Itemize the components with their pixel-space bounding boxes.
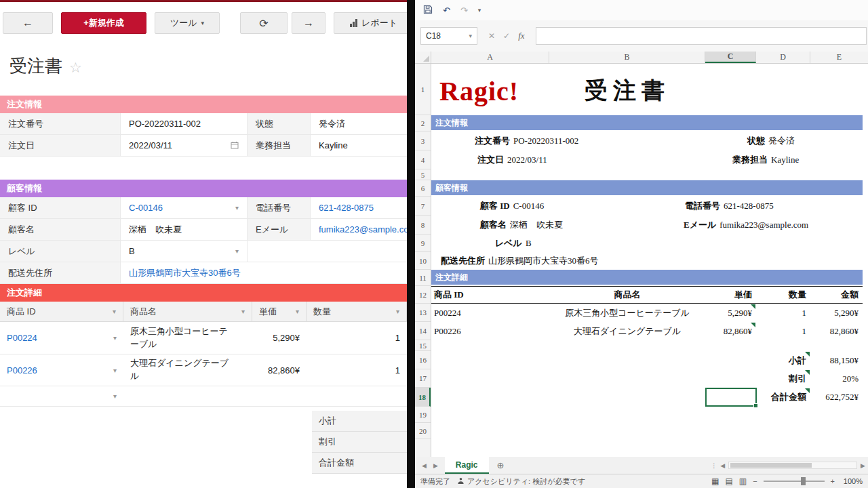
row-header-6[interactable]: 6	[415, 180, 431, 197]
sheet-tab-ragic[interactable]: Ragic	[445, 457, 489, 474]
row-header-11[interactable]: 11	[415, 270, 431, 286]
chevron-down-icon[interactable]: ▾	[109, 334, 117, 342]
customer-id-value[interactable]: C-00146▾	[121, 197, 248, 218]
chevron-down-icon[interactable]: ▾	[108, 308, 116, 315]
phone-value[interactable]: 621-428-0875	[311, 197, 407, 218]
new-record-label: +新規作成	[83, 17, 124, 29]
column-header-b[interactable]: B	[549, 52, 705, 63]
chevron-down-icon[interactable]: ▾	[109, 367, 117, 374]
row-header-13[interactable]: 13	[415, 304, 431, 322]
row-header-4[interactable]: 4	[415, 150, 431, 169]
row-header-14[interactable]: 14	[415, 322, 431, 340]
level-value[interactable]: B▾	[121, 241, 248, 262]
selected-cell-c18[interactable]	[705, 388, 757, 407]
rep-value[interactable]: Kayline	[311, 135, 407, 156]
zoom-thumb[interactable]	[801, 477, 806, 485]
sheet-grid[interactable]: 1234567891011121314151617181920 Ragic! 受…	[415, 64, 868, 457]
row-header-18[interactable]: 18	[415, 388, 431, 407]
new-record-button[interactable]: +新規作成	[61, 12, 146, 34]
back-button[interactable]: ←	[3, 12, 53, 34]
row-header-7[interactable]: 7	[415, 197, 431, 216]
tools-button[interactable]: ツール▾	[155, 12, 220, 34]
select-all-corner[interactable]	[415, 52, 431, 63]
row-header-19[interactable]: 19	[415, 407, 431, 423]
favorite-star-icon[interactable]: ☆	[69, 60, 82, 75]
address-link[interactable]: 山形県鶴岡市大宝寺30番6号	[129, 267, 241, 279]
status-value[interactable]: 発令済	[311, 113, 407, 134]
row-header-9[interactable]: 9	[415, 235, 431, 252]
row-header-2[interactable]: 2	[415, 115, 431, 131]
horizontal-scrollbar[interactable]: ⋮ ◀ ▶	[711, 462, 868, 469]
row-header-1[interactable]: 1	[415, 64, 431, 115]
col-header-product-name[interactable]: 商品名▾	[123, 302, 252, 321]
row-header-16[interactable]: 16	[415, 351, 431, 369]
chevron-down-icon[interactable]: ▾	[231, 204, 239, 211]
row-header-17[interactable]: 17	[415, 369, 431, 388]
cancel-icon[interactable]: ✕	[488, 31, 495, 41]
column-headers: A B C D E	[415, 52, 868, 64]
col-header-unit-price[interactable]: 単価▾	[252, 302, 307, 321]
forward-button[interactable]: →	[292, 12, 326, 34]
zoom-out-icon[interactable]: −	[753, 477, 757, 485]
enter-icon[interactable]: ✓	[503, 31, 510, 41]
customer-id-link[interactable]: C-00146	[129, 203, 163, 213]
chevron-down-icon[interactable]: ▾	[292, 308, 299, 315]
view-normal-icon[interactable]: ▦	[711, 476, 719, 486]
calendar-icon[interactable]	[226, 141, 239, 150]
insert-function-icon[interactable]: fx	[518, 30, 524, 41]
row-header-15[interactable]: 15	[415, 340, 431, 351]
email-link[interactable]: fumika223@sample.com	[319, 224, 407, 235]
th-quantity: 数量	[756, 286, 809, 304]
refresh-button[interactable]: ⟳	[240, 12, 288, 34]
save-icon[interactable]	[423, 5, 433, 16]
empty-id-cell[interactable]: ▾	[0, 386, 123, 406]
phone-link[interactable]: 621-428-0875	[319, 203, 374, 213]
column-header-a[interactable]: A	[431, 52, 549, 63]
prev-sheet-icon[interactable]: ◀	[422, 462, 427, 469]
view-page-layout-icon[interactable]: ▤	[725, 476, 732, 486]
column-header-e[interactable]: E	[810, 52, 868, 63]
customer-name-value[interactable]: 深栖 吹未夏	[121, 219, 248, 240]
next-sheet-icon[interactable]: ▶	[433, 462, 438, 469]
chevron-down-icon[interactable]: ▾	[109, 392, 117, 400]
address-value[interactable]: 山形県鶴岡市大宝寺30番6号	[121, 262, 407, 283]
row-header-3[interactable]: 3	[415, 131, 431, 150]
section-header-customer-info: 顧客情報	[0, 180, 407, 197]
name-box[interactable]: C18 ▾	[420, 27, 477, 45]
order-date-value[interactable]: 2022/03/11	[121, 135, 248, 156]
product-id-cell[interactable]: P00226▾	[0, 354, 123, 386]
col-header-quantity[interactable]: 数量▾	[307, 302, 407, 321]
undo-icon[interactable]: ↶	[443, 5, 450, 16]
product-id-link[interactable]: P00224	[7, 333, 37, 343]
chevron-down-icon[interactable]: ▾	[237, 308, 245, 315]
scroll-right-icon[interactable]: ▶	[861, 462, 865, 469]
column-header-c[interactable]: C	[705, 52, 756, 63]
report-button[interactable]: レポート	[334, 12, 407, 34]
formula-input[interactable]	[536, 27, 867, 45]
order-no-value[interactable]: PO-20220311-002	[121, 113, 248, 134]
scroll-track[interactable]	[728, 462, 857, 469]
zoom-in-icon[interactable]: +	[831, 477, 835, 485]
row-header-20[interactable]: 20	[415, 423, 431, 439]
scroll-left-icon[interactable]: ◀	[720, 462, 725, 469]
row-header-5[interactable]: 5	[415, 169, 431, 180]
accessibility-status[interactable]: アクセシビリティ: 検討が必要です	[457, 476, 585, 487]
col-header-product-id[interactable]: 商品 ID▾	[0, 302, 123, 321]
chevron-down-icon[interactable]: ▾	[469, 33, 472, 39]
product-id-link[interactable]: P00226	[7, 365, 37, 375]
th-amount: 金額	[810, 286, 861, 304]
email-value[interactable]: fumika223@sample.com	[311, 219, 407, 240]
chevron-down-icon[interactable]: ▾	[392, 308, 399, 315]
row-header-8[interactable]: 8	[415, 216, 431, 235]
view-page-break-icon[interactable]: ▥	[739, 476, 747, 486]
zoom-slider[interactable]	[764, 481, 825, 482]
product-id-cell[interactable]: P00224▾	[0, 322, 123, 354]
row-header-10[interactable]: 10	[415, 252, 431, 270]
redo-icon[interactable]: ↷	[460, 5, 468, 16]
add-sheet-icon[interactable]: ⊕	[497, 460, 505, 470]
qat-customize-icon[interactable]: ▾	[478, 7, 481, 14]
row-header-12[interactable]: 12	[415, 286, 431, 304]
chevron-down-icon[interactable]: ▾	[231, 247, 239, 255]
column-header-d[interactable]: D	[756, 52, 810, 63]
scroll-thumb[interactable]	[730, 463, 812, 468]
